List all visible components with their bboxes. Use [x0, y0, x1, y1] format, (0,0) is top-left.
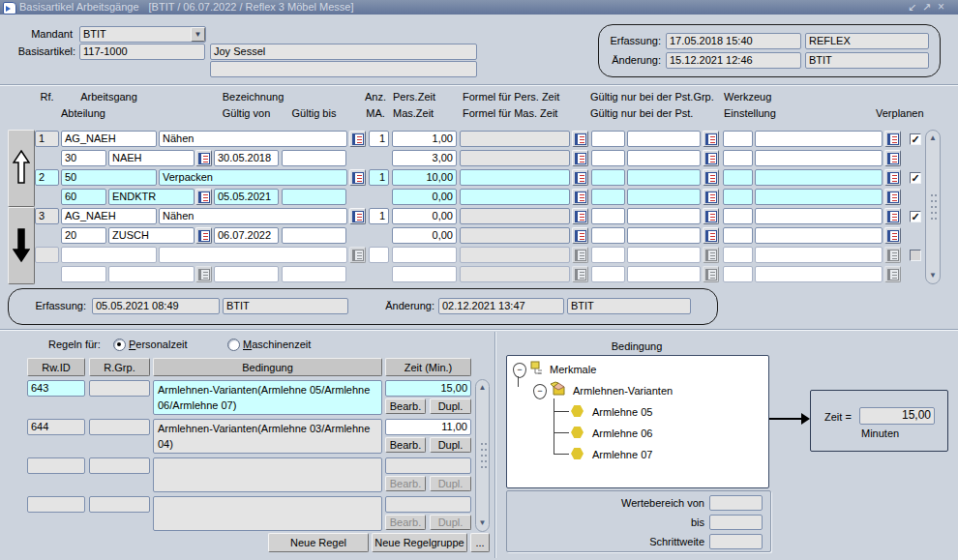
maschinenzeit-radio[interactable] [227, 339, 240, 351]
einstellung-lov-button[interactable] [884, 150, 901, 166]
gueltig-von-field[interactable]: 30.05.2018 [214, 150, 279, 166]
pst-grp-nr-field[interactable] [591, 131, 625, 147]
anz-ma-field[interactable]: 1 [369, 208, 389, 224]
abteilung-lov-button[interactable] [195, 150, 212, 166]
pst-lov-button[interactable] [703, 266, 719, 282]
werkzeug-name-field[interactable] [755, 208, 883, 224]
anz-ma-field[interactable] [369, 247, 389, 263]
scrollbar-thumb[interactable] [930, 192, 938, 221]
rf-field[interactable] [35, 247, 59, 263]
werkzeug-nr-field[interactable] [723, 247, 753, 263]
neue-regelgruppe-button[interactable]: Neue Regelgruppe [372, 533, 467, 552]
bezeichnung-field[interactable]: Verpacken [159, 169, 347, 186]
bezeichnung-field[interactable]: Nähen [159, 208, 347, 224]
aenderung-benutzer-field[interactable]: BTIT [567, 298, 691, 314]
gueltig-bis-field[interactable] [282, 189, 346, 205]
pst-lov-button[interactable] [703, 189, 719, 205]
scroll-down-icon[interactable]: ▼ [476, 517, 489, 529]
bezeichnung-field[interactable]: Nähen [159, 131, 347, 147]
arbeitsgang-field[interactable]: 50 [61, 169, 157, 186]
einstellung-lov-button[interactable] [884, 266, 901, 282]
gueltig-von-field[interactable] [214, 266, 279, 282]
bedingung-field[interactable]: Armlehnen-Varianten(Armlehne 05/Armlehne… [153, 380, 382, 415]
zeit-field[interactable] [385, 496, 471, 513]
neue-regel-button[interactable]: Neue Regel [268, 533, 369, 552]
bezeichnung-lov-button[interactable] [349, 131, 366, 147]
einstellung-lov-button[interactable] [884, 227, 901, 244]
collapse-node-icon[interactable]: − [533, 384, 547, 399]
einstellung-lov-button[interactable] [884, 189, 901, 205]
pers-zeit-field[interactable]: 0,00 [392, 208, 457, 224]
einstellung-name-field[interactable] [755, 150, 883, 166]
gueltig-bis-field[interactable] [282, 227, 346, 244]
scroll-up-icon[interactable]: ▲ [926, 133, 940, 144]
scrollbar-thumb[interactable] [480, 441, 488, 470]
pst-name-field[interactable] [627, 150, 701, 166]
personalzeit-radio[interactable] [113, 339, 126, 351]
formel-pers-field[interactable] [460, 247, 570, 263]
gueltig-bis-field[interactable] [282, 266, 346, 282]
zeit-value-field[interactable]: 15,00 [859, 407, 935, 425]
bedingung-field[interactable] [153, 457, 382, 492]
arbeitsgang-field[interactable]: AG_NAEH [61, 208, 157, 224]
rules-scrollbar[interactable]: ▲ ▼ [475, 379, 490, 532]
r-grp-field[interactable] [89, 457, 150, 474]
r-grp-field[interactable] [89, 380, 150, 397]
pst-lov-button[interactable] [703, 227, 719, 244]
abteilung-nr-field[interactable]: 30 [61, 150, 106, 166]
werkzeug-lov-button[interactable] [884, 247, 901, 263]
pst-grp-nr-field[interactable] [591, 247, 625, 263]
erfassung-benutzer-field[interactable]: REFLEX [805, 33, 929, 49]
abteilung-field[interactable] [108, 266, 195, 282]
einstellung-nr-field[interactable] [723, 150, 753, 166]
pst-lov-button[interactable] [703, 150, 719, 166]
verplanen-checkbox[interactable] [910, 250, 921, 261]
bearb-button[interactable]: Bearb. [385, 437, 426, 453]
aenderung-datum-field[interactable]: 15.12.2021 12:46 [666, 52, 801, 69]
restore-icon[interactable]: ↗ [920, 0, 933, 15]
zeit-column-header[interactable]: Zeit (Min.) [385, 358, 471, 376]
einstellung-nr-field[interactable] [723, 227, 753, 244]
werkzeug-lov-button[interactable] [884, 208, 901, 224]
pst-grp-lov-button[interactable] [703, 169, 719, 186]
werkzeug-name-field[interactable] [755, 169, 883, 186]
basisartikel-nr-field[interactable]: 117-1000 [79, 44, 205, 60]
pst-grp-lov-button[interactable] [703, 247, 719, 263]
abteilung-nr-field[interactable]: 60 [61, 189, 106, 205]
personalzeit-radio-label[interactable]: Personalzeit [129, 339, 188, 350]
tree-node-label[interactable]: Merkmale [550, 364, 596, 375]
pst-name-field[interactable] [627, 266, 701, 282]
close-icon[interactable]: × [935, 0, 947, 15]
formel-pers-field[interactable] [460, 131, 570, 147]
werkzeug-nr-field[interactable] [723, 131, 753, 147]
collapse-node-icon[interactable]: − [513, 363, 526, 378]
rw-id-column-header[interactable]: Rw.ID [27, 358, 85, 376]
formel-mas-field[interactable] [460, 227, 570, 244]
abteilung-field[interactable]: ENDKTR [108, 189, 195, 205]
pst-grp-name-field[interactable] [627, 247, 701, 263]
formel-pers-lov-button[interactable] [572, 208, 588, 224]
werkzeug-nr-field[interactable] [723, 208, 753, 224]
pst-name-field[interactable] [627, 227, 701, 244]
werkzeug-lov-button[interactable] [884, 169, 901, 186]
formel-mas-field[interactable] [460, 189, 570, 205]
formel-pers-field[interactable] [460, 169, 570, 186]
einstellung-name-field[interactable] [755, 266, 883, 282]
aenderung-datum-field[interactable]: 02.12.2021 13:47 [438, 298, 564, 314]
mas-zeit-field[interactable] [392, 266, 457, 282]
schrittweite-field[interactable] [709, 534, 763, 549]
abteilung-field[interactable]: ZUSCH [108, 227, 195, 244]
formel-pers-field[interactable] [460, 208, 570, 224]
r-grp-field[interactable] [89, 419, 150, 435]
gueltig-von-field[interactable]: 06.07.2022 [214, 227, 279, 244]
tree-leaf-label[interactable]: Armlehne 07 [592, 449, 652, 460]
tree-leaf-label[interactable]: Armlehne 05 [592, 406, 652, 418]
formel-pers-lov-button[interactable] [572, 131, 588, 147]
mas-zeit-field[interactable]: 0,00 [392, 189, 457, 205]
bedingung-column-header[interactable]: Bedingung [153, 358, 382, 376]
pers-zeit-field[interactable]: 1,00 [392, 131, 457, 147]
arbeitsgang-field[interactable] [61, 247, 157, 263]
rf-field[interactable]: 2 [35, 169, 59, 186]
verplanen-checkbox[interactable]: ✓ [910, 172, 921, 184]
verplanen-checkbox[interactable]: ✓ [910, 211, 921, 222]
